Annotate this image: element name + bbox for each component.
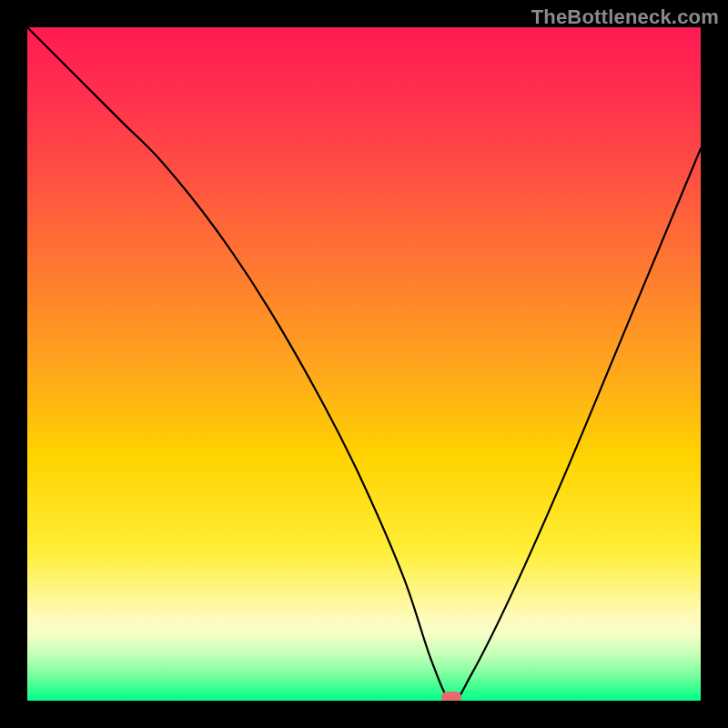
curve-svg <box>27 27 701 701</box>
watermark-text: TheBottleneck.com <box>531 5 719 29</box>
chart-frame: TheBottleneck.com <box>0 0 728 728</box>
plot-area <box>27 27 701 701</box>
bottleneck-curve <box>27 27 701 701</box>
optimum-marker <box>441 692 461 701</box>
